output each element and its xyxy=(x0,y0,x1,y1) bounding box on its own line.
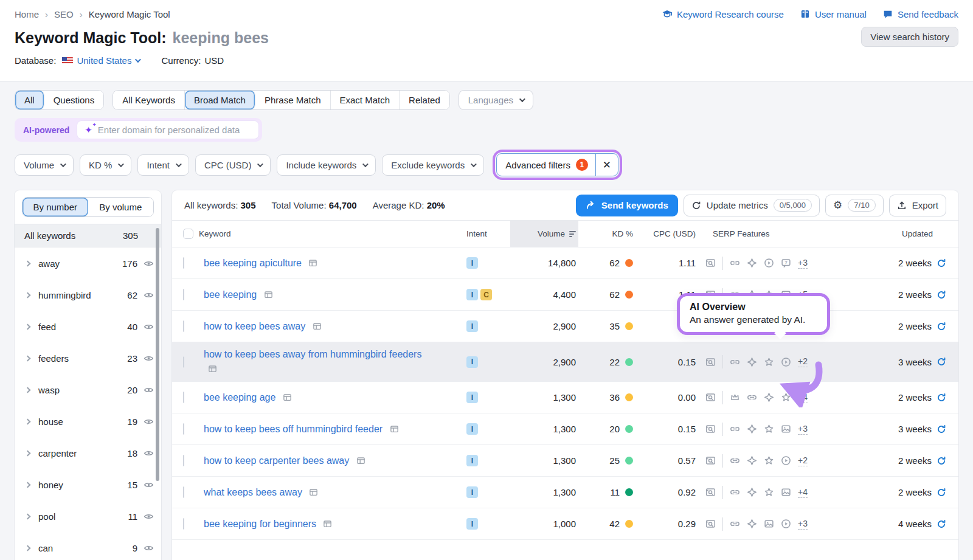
sidebar-group-wasp[interactable]: wasp20 xyxy=(15,374,161,406)
tab-all-keywords[interactable]: All Keywords xyxy=(113,91,185,109)
row-checkbox[interactable] xyxy=(183,486,184,498)
star-icon[interactable] xyxy=(764,487,774,497)
serp-overview-icon[interactable] xyxy=(705,357,716,367)
send-keywords-button[interactable]: Send keywords xyxy=(576,195,678,216)
serp-preview-icon[interactable] xyxy=(313,322,322,331)
update-metrics-button[interactable]: Update metrics 0/5,000 xyxy=(684,195,820,216)
updated-refresh-icon[interactable] xyxy=(937,290,946,300)
eye-icon[interactable] xyxy=(144,543,154,553)
eye-icon[interactable] xyxy=(144,258,154,269)
sidebar-group-feeders[interactable]: feeders23 xyxy=(15,342,161,374)
filter-dropdown-kd-[interactable]: KD % xyxy=(80,154,131,176)
sidebar-group-carpenter[interactable]: carpenter18 xyxy=(15,437,161,469)
ai-overview-icon[interactable] xyxy=(747,258,757,268)
star-icon[interactable] xyxy=(764,455,774,466)
crown-icon[interactable] xyxy=(730,392,740,403)
filter-dropdown-intent[interactable]: Intent xyxy=(137,154,189,176)
sidebar-group-house[interactable]: house19 xyxy=(15,406,161,437)
link-icon[interactable] xyxy=(730,487,740,497)
sidebar-group-pool[interactable]: pool11 xyxy=(15,500,161,532)
ai-overview-icon[interactable] xyxy=(747,455,757,466)
breadcrumb-home[interactable]: Home xyxy=(15,9,39,19)
sidebar-group-feed[interactable]: feed40 xyxy=(15,311,161,342)
sidebar-group-away[interactable]: away176 xyxy=(15,247,161,279)
database-selector[interactable]: United States xyxy=(62,55,139,66)
link-icon[interactable] xyxy=(730,424,740,434)
serp-preview-icon[interactable] xyxy=(390,424,399,434)
filter-dropdown-volume[interactable]: Volume xyxy=(15,154,74,176)
header-link[interactable]: Keyword Research course xyxy=(662,9,784,19)
play-icon[interactable] xyxy=(781,455,791,466)
row-checkbox[interactable] xyxy=(183,356,184,368)
sidebar-group-honey[interactable]: honey15 xyxy=(15,469,161,500)
chat-icon[interactable]: ? xyxy=(781,258,791,268)
column-header-cpc[interactable]: CPC (USD) xyxy=(633,221,696,247)
header-link[interactable]: Send feedback xyxy=(882,9,958,19)
domain-input[interactable]: ✦ Enter domain for personalized data xyxy=(77,120,259,139)
filter-dropdown-include-keywords[interactable]: Include keywords xyxy=(277,154,376,176)
serp-more-link[interactable]: +3 xyxy=(798,519,808,530)
link-icon[interactable] xyxy=(730,258,740,268)
updated-refresh-icon[interactable] xyxy=(937,357,946,367)
serp-preview-icon[interactable] xyxy=(323,519,332,528)
column-header-volume[interactable]: Volume xyxy=(510,221,578,247)
keyword-link[interactable]: how to keep bees off hummingbird feeder xyxy=(204,422,399,437)
tab-all[interactable]: All xyxy=(15,91,44,109)
serp-overview-icon[interactable] xyxy=(705,258,716,268)
serp-overview-icon[interactable] xyxy=(705,487,716,497)
image-icon[interactable] xyxy=(781,424,791,434)
eye-icon[interactable] xyxy=(144,353,154,364)
updated-refresh-icon[interactable] xyxy=(937,488,946,497)
row-checkbox[interactable] xyxy=(183,423,184,435)
image-icon[interactable] xyxy=(781,487,791,497)
keyword-link[interactable]: bee keeping for beginners xyxy=(204,517,332,531)
sidebar-toggle-by-volume[interactable]: By volume xyxy=(88,198,154,216)
keyword-link[interactable]: how to keep carpenter bees away xyxy=(204,454,365,468)
keyword-link[interactable]: bee keeping age xyxy=(204,390,292,405)
link-icon[interactable] xyxy=(730,357,740,367)
column-header-updated[interactable]: Updated xyxy=(842,221,958,247)
updated-refresh-icon[interactable] xyxy=(937,456,946,466)
settings-button[interactable]: ⚙ 7/10 xyxy=(825,195,884,216)
breadcrumb-seo[interactable]: SEO xyxy=(54,9,74,19)
serp-preview-icon[interactable] xyxy=(308,258,317,268)
serp-preview-icon[interactable] xyxy=(264,290,273,299)
tab-exact-match[interactable]: Exact Match xyxy=(331,91,400,109)
updated-refresh-icon[interactable] xyxy=(937,322,946,331)
image-icon[interactable] xyxy=(764,519,774,529)
updated-refresh-icon[interactable] xyxy=(937,424,946,434)
serp-overview-icon[interactable] xyxy=(705,424,716,434)
eye-icon[interactable] xyxy=(144,511,154,522)
star-icon[interactable] xyxy=(764,424,774,434)
filter-dropdown-exclude-keywords[interactable]: Exclude keywords xyxy=(382,154,484,176)
serp-preview-icon[interactable] xyxy=(309,488,318,497)
tab-related[interactable]: Related xyxy=(400,91,449,109)
play-icon[interactable] xyxy=(781,519,791,529)
sidebar-scrollbar[interactable] xyxy=(156,228,159,481)
tab-phrase-match[interactable]: Phrase Match xyxy=(255,91,331,109)
serp-more-link[interactable]: +3 xyxy=(798,258,808,269)
eye-icon[interactable] xyxy=(144,417,154,427)
serp-overview-icon[interactable] xyxy=(705,455,716,466)
play-icon[interactable] xyxy=(764,258,774,268)
link-icon[interactable] xyxy=(730,519,740,529)
row-checkbox[interactable] xyxy=(183,289,184,300)
serp-overview-icon[interactable] xyxy=(705,519,716,529)
updated-refresh-icon[interactable] xyxy=(937,393,946,403)
tab-broad-match[interactable]: Broad Match xyxy=(185,91,255,109)
eye-icon[interactable] xyxy=(144,480,154,490)
serp-overview-icon[interactable] xyxy=(705,392,716,403)
view-search-history-button[interactable]: View search history xyxy=(861,27,958,47)
row-checkbox[interactable] xyxy=(183,455,184,466)
sidebar-toggle-by-number[interactable]: By number xyxy=(23,198,88,216)
languages-dropdown[interactable]: Languages xyxy=(459,90,533,110)
keyword-link[interactable]: bee keeping apiculture xyxy=(204,256,317,271)
row-checkbox[interactable] xyxy=(183,320,184,332)
link-icon[interactable] xyxy=(730,455,740,466)
serp-preview-icon[interactable] xyxy=(356,456,365,465)
export-button[interactable]: Export xyxy=(889,195,946,216)
eye-icon[interactable] xyxy=(144,448,154,458)
row-checkbox[interactable] xyxy=(183,257,184,269)
keyword-link[interactable]: how to keep bees away from hummingbird f… xyxy=(204,347,428,376)
column-header-keyword[interactable]: Keyword xyxy=(199,221,466,247)
